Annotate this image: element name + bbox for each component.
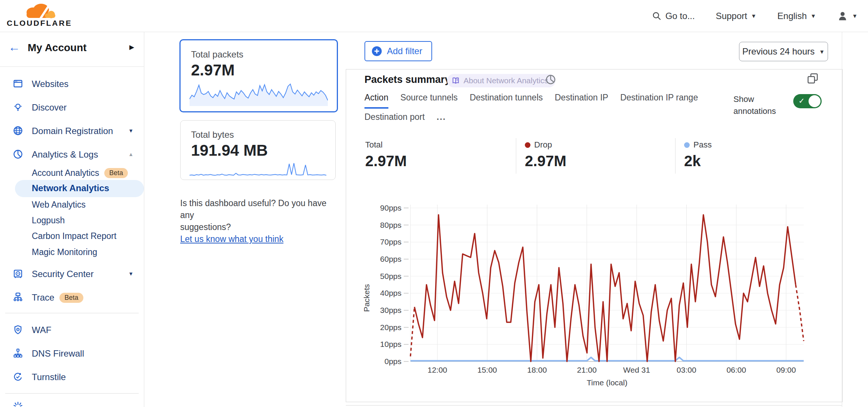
tab-destination-tunnels[interactable]: Destination tunnels xyxy=(470,93,543,109)
card-label: Total packets xyxy=(191,49,243,60)
total-bytes-card[interactable]: Total bytes 191.94 MB xyxy=(180,120,336,180)
svg-text:40pps: 40pps xyxy=(380,289,401,297)
user-icon xyxy=(837,10,848,22)
support-menu[interactable]: Support ▼ xyxy=(716,11,757,21)
dimension-tabs-row1: Action Source tunnels Destination tunnel… xyxy=(364,93,698,109)
panel-title: Packets summary xyxy=(364,74,450,86)
chevron-down-icon: ▼ xyxy=(128,271,133,277)
pie-chart-icon xyxy=(13,149,23,159)
stat-drop: Drop 2.97M xyxy=(525,140,566,170)
sidebar-item-dns-firewall[interactable]: DNS Firewall xyxy=(0,345,144,361)
sidebar-item-discover[interactable]: Discover xyxy=(0,99,144,115)
cloudflare-dashboard: CLOUDFLARE Go to... Support ▼ English ▼ xyxy=(0,0,868,407)
sidebar-item-security-center[interactable]: Security Center ▼ xyxy=(0,265,144,282)
divider xyxy=(5,393,139,394)
tab-destination-ip[interactable]: Destination IP xyxy=(555,93,608,109)
language-menu[interactable]: English ▼ xyxy=(778,11,816,21)
chevron-down-icon: ▼ xyxy=(852,13,858,19)
search-icon xyxy=(652,11,662,21)
expand-panel-icon[interactable] xyxy=(807,72,819,84)
sidebar-item-waf[interactable]: WAF xyxy=(0,321,144,338)
tab-action[interactable]: Action xyxy=(364,93,388,109)
burst-icon xyxy=(13,401,23,407)
cloudflare-logo[interactable]: CLOUDFLARE xyxy=(7,1,70,31)
svg-text:21:00: 21:00 xyxy=(577,366,597,374)
divider xyxy=(516,138,516,174)
book-icon xyxy=(452,77,460,85)
back-arrow-icon[interactable]: ← xyxy=(8,40,20,54)
svg-text:Packets: Packets xyxy=(362,284,371,312)
feedback-text: suggestions? xyxy=(180,221,341,233)
beta-badge: Beta xyxy=(59,293,83,303)
svg-text:50pps: 50pps xyxy=(380,272,401,280)
stat-pass-value: 2k xyxy=(684,153,712,170)
stat-total-value: 2.97M xyxy=(365,153,407,170)
time-range-dropdown[interactable]: Previous 24 hours ▼ xyxy=(739,42,828,61)
browser-window-icon xyxy=(13,78,23,89)
pie-chart-icon[interactable] xyxy=(545,74,556,85)
svg-text:10pps: 10pps xyxy=(380,340,401,348)
cloudflare-cloud-icon xyxy=(22,2,58,19)
card-label: Total bytes xyxy=(191,130,234,140)
safe-icon xyxy=(13,268,23,279)
svg-text:06:00: 06:00 xyxy=(726,366,746,374)
tab-destination-ip-range[interactable]: Destination IP range xyxy=(620,93,698,109)
stat-total: Total 2.97M xyxy=(365,140,407,170)
sidebar-item-logpush[interactable]: Logpush xyxy=(0,213,144,228)
logo-wordmark: CLOUDFLARE xyxy=(7,19,70,28)
svg-text:70pps: 70pps xyxy=(380,237,401,246)
sidebar-item-analytics-logs[interactable]: Analytics & Logs ▲ xyxy=(0,146,144,162)
top-nav: Go to... Support ▼ English ▼ ▼ xyxy=(652,0,858,32)
hierarchy-icon xyxy=(13,348,23,358)
chevron-up-icon: ▲ xyxy=(128,151,133,157)
chevron-right-icon[interactable]: ▶ xyxy=(129,43,134,51)
sidebar-item-web-analytics[interactable]: Web Analytics xyxy=(0,198,144,212)
account-header: ← My Account ▶ xyxy=(0,32,144,66)
check-icon: ✓ xyxy=(798,96,805,105)
svg-text:90pps: 90pps xyxy=(380,204,401,212)
svg-text:18:00: 18:00 xyxy=(527,366,547,374)
svg-text:80pps: 80pps xyxy=(380,221,401,229)
plus-circle-icon xyxy=(371,46,382,57)
packets-time-series-chart[interactable]: 0pps10pps20pps30pps40pps50pps60pps70pps8… xyxy=(359,202,826,391)
tabs-overflow-button[interactable]: ... xyxy=(437,112,446,127)
show-annotations-label: Show annotations xyxy=(733,93,786,117)
about-network-analytics-badge[interactable]: About Network Analytics xyxy=(447,74,555,87)
toggle-knob xyxy=(809,95,821,107)
chevron-down-icon: ▼ xyxy=(751,13,757,19)
svg-text:60pps: 60pps xyxy=(380,255,401,263)
sidebar-item-websites[interactable]: Websites xyxy=(0,75,144,92)
sidebar-item-domain-registration[interactable]: Domain Registration ▼ xyxy=(0,122,144,139)
chevron-down-icon: ▼ xyxy=(819,49,825,55)
show-annotations-toggle[interactable]: ✓ xyxy=(793,94,822,108)
add-filter-button[interactable]: Add filter xyxy=(364,41,432,61)
sidebar-item-magic-monitoring[interactable]: Magic Monitoring xyxy=(0,245,144,260)
total-packets-card[interactable]: Total packets 2.97M xyxy=(179,39,338,112)
sidebar-item-account-analytics[interactable]: Account AnalyticsBeta xyxy=(0,166,144,181)
sidebar-item-trace[interactable]: TraceBeta xyxy=(0,289,144,305)
sidebar-item-network-analytics[interactable]: Network Analytics xyxy=(15,180,144,197)
drop-legend-dot xyxy=(525,142,530,148)
sidebar-item-turnstile[interactable]: Turnstile xyxy=(0,369,144,385)
feedback-block: Is this dashboard useful? Do you have an… xyxy=(180,197,341,245)
beta-badge: Beta xyxy=(104,168,128,178)
account-title: My Account xyxy=(28,42,87,54)
svg-text:0pps: 0pps xyxy=(384,357,401,366)
tab-destination-port[interactable]: Destination port xyxy=(364,112,425,127)
svg-text:12:00: 12:00 xyxy=(428,366,447,374)
go-to-search[interactable]: Go to... xyxy=(652,11,695,21)
clock-check-icon xyxy=(13,372,23,382)
top-bar: CLOUDFLARE Go to... Support ▼ English ▼ xyxy=(0,0,868,32)
tab-source-tunnels[interactable]: Source tunnels xyxy=(400,93,458,109)
svg-text:09:00: 09:00 xyxy=(776,366,796,374)
feedback-link[interactable]: Let us know what you think xyxy=(180,234,283,244)
account-menu[interactable]: ▼ xyxy=(837,10,858,22)
svg-text:Wed 31: Wed 31 xyxy=(623,366,650,374)
card-value: 191.94 MB xyxy=(191,142,268,159)
stat-drop-value: 2.97M xyxy=(525,153,566,170)
svg-text:15:00: 15:00 xyxy=(477,366,497,374)
next-card-edge xyxy=(346,405,842,407)
sidebar-item-carbon-impact-report[interactable]: Carbon Impact Report xyxy=(0,229,144,244)
divider xyxy=(675,138,675,174)
chevron-down-icon: ▼ xyxy=(128,128,133,134)
